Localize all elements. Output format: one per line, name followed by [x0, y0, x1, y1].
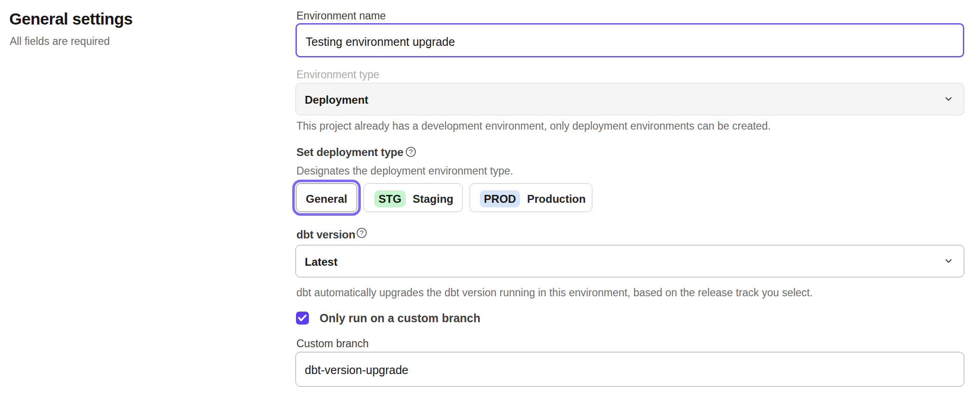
svg-text:?: ?: [360, 229, 364, 237]
svg-text:?: ?: [409, 148, 413, 156]
